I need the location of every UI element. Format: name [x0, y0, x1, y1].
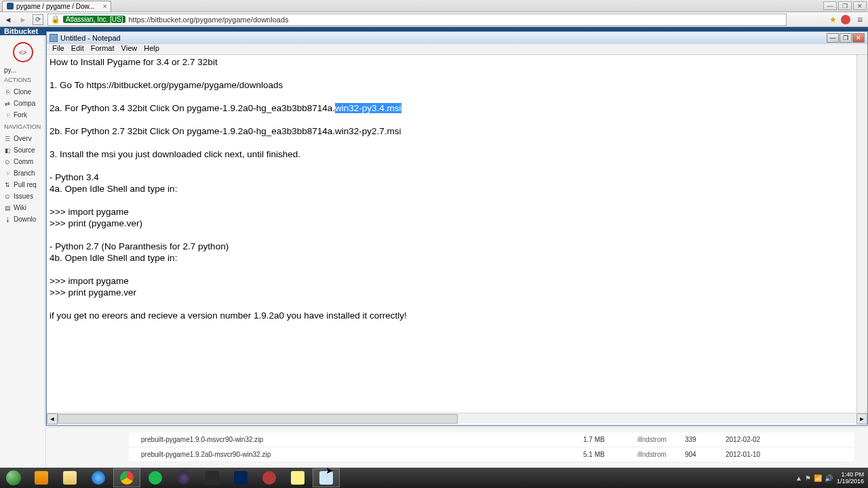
- sidebar-item-commits[interactable]: ⊙Comm: [0, 156, 45, 167]
- notepad-maximize-button[interactable]: ❐: [840, 33, 852, 43]
- sidebar-section-actions: Actions: [0, 74, 45, 86]
- taskbar-item-explorer[interactable]: [56, 468, 83, 487]
- taskbar-item-ie[interactable]: [85, 468, 112, 487]
- taskbar-item-notepad[interactable]: [313, 468, 340, 487]
- commits-icon: ⊙: [4, 159, 11, 165]
- fork-icon: ⑂: [4, 112, 11, 119]
- notepad-minimize-button[interactable]: —: [827, 33, 839, 43]
- sidebar-item-clone[interactable]: ⎘Clone: [0, 86, 45, 98]
- taskbar-item-chrome[interactable]: [113, 468, 140, 487]
- sidebar-item-issues[interactable]: ⊙Issues: [0, 190, 45, 202]
- file-name: prebuilt-pygame1.9.2a0-msvcr90-win32.zip: [129, 451, 583, 458]
- chrome-icon: [120, 471, 134, 485]
- sidebar-item-downloads[interactable]: ⭳Downlo: [0, 214, 45, 225]
- file-size: 5.1 MB: [583, 451, 637, 458]
- menu-view[interactable]: View: [119, 44, 140, 54]
- tray-up-icon[interactable]: ▲: [795, 474, 802, 482]
- start-button[interactable]: [0, 468, 27, 488]
- repo-icon[interactable]: <>: [13, 42, 33, 62]
- overview-icon: ☰: [4, 136, 11, 142]
- tray-date: 1/19/2016: [837, 478, 864, 485]
- vlc-icon: [35, 471, 48, 485]
- source-icon: ◧: [4, 147, 11, 154]
- explorer-icon: [63, 471, 77, 485]
- file-size: 1.7 MB: [583, 436, 637, 443]
- file-date: 2012-02-02: [726, 436, 807, 443]
- sidebar-item-branches[interactable]: ⑂Branch: [0, 167, 45, 179]
- branch-icon: ⑂: [4, 170, 11, 177]
- menu-format[interactable]: Format: [88, 44, 117, 54]
- notepad-icon: [50, 34, 58, 42]
- system-tray: ▲ ⚑ 📶 🔊 1:40 PM 1/19/2016: [795, 471, 868, 485]
- table-row[interactable]: prebuilt-pygame1.9.2a0-msvcr90-win32.zip…: [129, 447, 854, 462]
- download-icon: ⭳: [4, 216, 11, 223]
- bookmark-icon[interactable]: ★: [829, 15, 837, 24]
- powershell-icon: [234, 471, 248, 485]
- taskbar-item-spotify[interactable]: [142, 468, 169, 487]
- taskbar-item-powershell[interactable]: [227, 468, 254, 487]
- notepad-taskbar-icon: [319, 471, 333, 485]
- browser-tab[interactable]: pygame / pygame / Dow... ×: [2, 1, 111, 12]
- repo-name: py...: [0, 66, 45, 74]
- spotify-icon: [149, 471, 162, 485]
- notepad-close-button[interactable]: ✕: [852, 33, 865, 43]
- scroll-right-icon[interactable]: ►: [856, 413, 867, 424]
- tray-volume-icon[interactable]: 🔊: [825, 474, 833, 482]
- browser-minimize-button[interactable]: —: [823, 1, 837, 10]
- sidebar-item-compare[interactable]: ⇄Compa: [0, 98, 45, 109]
- notepad-text-area[interactable]: How to Install Pygame for 3.4 or 2.7 32b…: [47, 55, 867, 413]
- notepad-titlebar[interactable]: Untitled - Notepad — ❐ ✕: [47, 32, 867, 44]
- tray-time: 1:40 PM: [837, 471, 864, 478]
- sidebar-item-overview[interactable]: ☰Overv: [0, 133, 45, 144]
- sidebar-item-pullrequests[interactable]: ⇅Pull req: [0, 179, 45, 190]
- notepad-title: Untitled - Notepad: [60, 34, 121, 42]
- reload-button[interactable]: ⟳: [33, 14, 43, 25]
- menu-help[interactable]: Help: [141, 44, 162, 54]
- ie-icon: [92, 471, 105, 485]
- tray-flag-icon[interactable]: ⚑: [805, 474, 811, 482]
- windows-orb-icon: [6, 470, 21, 485]
- taskbar-item-vlc[interactable]: [28, 468, 55, 487]
- taskbar-item-pycharm[interactable]: [199, 468, 226, 487]
- notepad-window: Untitled - Notepad — ❐ ✕ File Edit Forma…: [46, 31, 868, 426]
- text-selection: win32-py3.4.msi: [335, 103, 401, 113]
- scroll-left-icon[interactable]: ◄: [47, 413, 58, 424]
- file-count: 904: [685, 451, 726, 458]
- app-icon: [262, 471, 276, 485]
- browser-tab-strip: pygame / pygame / Dow... ×: [0, 0, 868, 12]
- wiki-icon: ▤: [4, 205, 11, 211]
- file-name: prebuilt-pygame1.9.0-msvcr90-win32.zip: [129, 436, 583, 443]
- browser-toolbar: ◄ ► ⟳ 🔒 Atlassian, Inc. [US] https://bit…: [0, 12, 868, 27]
- menu-edit[interactable]: Edit: [68, 44, 87, 54]
- browser-maximize-button[interactable]: ❐: [838, 1, 852, 10]
- menu-file[interactable]: File: [50, 44, 67, 54]
- notepad-menubar: File Edit Format View Help: [47, 44, 867, 55]
- sidebar-item-wiki[interactable]: ▤Wiki: [0, 202, 45, 214]
- sidebar: <> py... Actions ⎘Clone ⇄Compa ⑂Fork Nav…: [0, 35, 46, 468]
- tray-clock[interactable]: 1:40 PM 1/19/2016: [837, 471, 864, 485]
- eclipse-icon: [177, 471, 191, 485]
- taskbar: ▲ ⚑ 📶 🔊 1:40 PM 1/19/2016: [0, 468, 868, 488]
- compare-icon: ⇄: [4, 100, 11, 107]
- https-badge: Atlassian, Inc. [US]: [63, 16, 125, 23]
- menu-icon[interactable]: ≡: [854, 14, 865, 25]
- pycharm-icon: [205, 471, 219, 485]
- taskbar-item-stickynotes[interactable]: [284, 468, 311, 487]
- back-button[interactable]: ◄: [3, 14, 14, 25]
- sidebar-item-source[interactable]: ◧Source: [0, 144, 45, 156]
- pullreq-icon: ⇅: [4, 182, 11, 188]
- url-text: https://bitbucket.org/pygame/pygame/down…: [128, 16, 288, 24]
- tray-network-icon[interactable]: 📶: [814, 474, 822, 482]
- scroll-thumb[interactable]: [58, 414, 458, 424]
- tab-close-icon[interactable]: ×: [103, 3, 107, 10]
- notepad-horizontal-scrollbar[interactable]: ◄ ►: [47, 413, 867, 424]
- taskbar-item-app[interactable]: [256, 468, 283, 487]
- table-row[interactable]: prebuilt-pygame1.9.0-msvcr90-win32.zip 1…: [129, 432, 854, 447]
- browser-close-button[interactable]: ✕: [853, 1, 867, 10]
- notepad-vertical-scrollbar[interactable]: [856, 55, 867, 414]
- sidebar-item-fork[interactable]: ⑂Fork: [0, 109, 45, 121]
- address-bar[interactable]: 🔒 Atlassian, Inc. [US] https://bitbucket…: [47, 14, 787, 26]
- user-icon[interactable]: [841, 15, 850, 24]
- taskbar-item-eclipse[interactable]: [170, 468, 197, 487]
- forward-button[interactable]: ►: [18, 14, 28, 25]
